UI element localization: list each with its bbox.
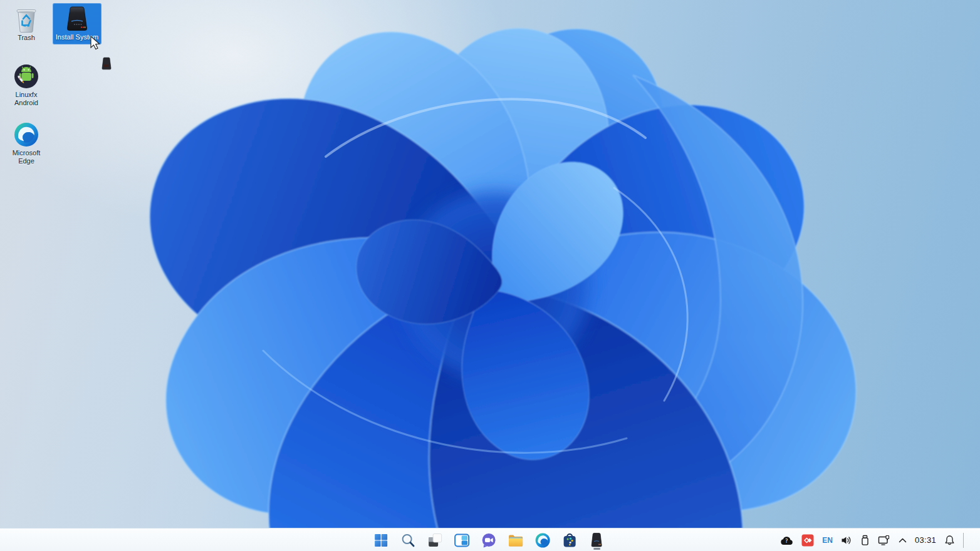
start-button[interactable] <box>372 531 390 550</box>
window-layout-button[interactable] <box>453 531 471 550</box>
notifications-bell-icon[interactable] <box>944 535 955 546</box>
desktop-icon-label: Linuxfx Android <box>4 91 49 107</box>
keyboard-language-indicator[interactable]: EN <box>822 536 833 545</box>
android-rocket-icon <box>13 63 39 90</box>
tray-separator <box>963 533 964 548</box>
mouse-cursor <box>89 36 102 53</box>
overlapping-squares-icon <box>427 532 443 548</box>
hard-drive-icon <box>589 532 604 548</box>
edge-icon <box>534 532 551 548</box>
cloud-status-icon[interactable]: ? <box>780 535 793 546</box>
system-installer-button[interactable] <box>588 531 605 550</box>
edge-logo-icon <box>13 121 39 148</box>
desktop-icon-trash[interactable]: Trash <box>3 4 50 42</box>
file-explorer-button[interactable] <box>507 531 524 550</box>
taskbar: ? EN <box>0 528 980 551</box>
display-connect-icon[interactable] <box>878 535 890 546</box>
taskbar-center-icons <box>372 528 605 551</box>
themes-button[interactable] <box>426 531 444 550</box>
hard-drive-icon <box>63 5 91 33</box>
search-icon <box>400 533 415 548</box>
trash-icon <box>14 6 38 33</box>
system-tray: ? EN <box>780 528 975 551</box>
drag-ghost-drive-icon <box>101 57 112 73</box>
search-button[interactable] <box>399 531 417 550</box>
chat-button[interactable] <box>480 531 498 550</box>
software-store-button[interactable] <box>561 531 578 550</box>
volume-icon[interactable] <box>841 535 852 545</box>
windows-start-icon <box>373 533 388 548</box>
folder-icon <box>508 532 524 548</box>
anydesk-icon[interactable] <box>801 534 814 547</box>
taskbar-clock[interactable]: 03:31 <box>915 535 936 545</box>
desktop-icon-label: Microsoft Edge <box>4 149 49 165</box>
wallpaper-bloom <box>0 0 980 551</box>
store-bag-icon <box>561 532 578 548</box>
hidden-icons-chevron[interactable] <box>899 537 907 543</box>
split-panel-icon <box>454 532 470 548</box>
svg-text:?: ? <box>785 538 788 544</box>
running-indicator <box>593 548 600 550</box>
show-desktop-button[interactable] <box>972 528 975 551</box>
desktop-icon-microsoft-edge[interactable]: Microsoft Edge <box>3 119 50 165</box>
usb-device-icon[interactable] <box>860 535 870 546</box>
video-chat-bubble-icon <box>481 532 497 548</box>
edge-browser-button[interactable] <box>534 531 551 550</box>
desktop-icon-label: Trash <box>18 34 35 42</box>
desktop-icon-linuxfx-android[interactable]: Linuxfx Android <box>3 61 50 107</box>
desktop[interactable]: Trash Install System <box>0 0 980 551</box>
